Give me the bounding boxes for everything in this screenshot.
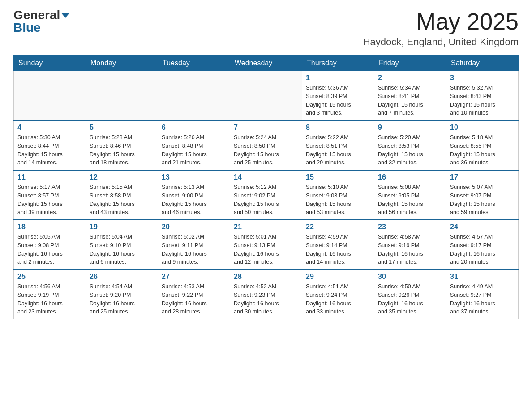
calendar-cell [158,71,230,121]
calendar-cell: 19Sunrise: 5:04 AMSunset: 9:10 PMDayligh… [86,220,158,270]
calendar-cell: 11Sunrise: 5:17 AMSunset: 8:57 PMDayligh… [14,170,86,220]
day-info: Sunrise: 5:01 AMSunset: 9:13 PMDaylight:… [234,233,298,266]
calendar-cell: 13Sunrise: 5:13 AMSunset: 9:00 PMDayligh… [158,170,230,220]
calendar-cell: 28Sunrise: 4:52 AMSunset: 9:23 PMDayligh… [230,270,302,319]
calendar-cell: 12Sunrise: 5:15 AMSunset: 8:58 PMDayligh… [86,170,158,220]
calendar-cell: 21Sunrise: 5:01 AMSunset: 9:13 PMDayligh… [230,220,302,270]
calendar-cell: 24Sunrise: 4:57 AMSunset: 9:17 PMDayligh… [446,220,519,270]
day-info: Sunrise: 5:24 AMSunset: 8:50 PMDaylight:… [234,133,298,167]
calendar-cell: 16Sunrise: 5:08 AMSunset: 9:05 PMDayligh… [374,170,446,220]
day-info: Sunrise: 5:15 AMSunset: 8:58 PMDaylight:… [90,183,154,217]
col-thursday: Thursday [302,56,374,71]
calendar-cell: 25Sunrise: 4:56 AMSunset: 9:19 PMDayligh… [14,270,86,319]
day-number: 17 [450,173,515,181]
day-number: 14 [234,173,298,181]
day-info: Sunrise: 4:51 AMSunset: 9:24 PMDaylight:… [306,283,370,316]
day-info: Sunrise: 5:20 AMSunset: 8:53 PMDaylight:… [378,133,442,167]
calendar-cell: 29Sunrise: 4:51 AMSunset: 9:24 PMDayligh… [302,270,374,319]
day-info: Sunrise: 5:28 AMSunset: 8:46 PMDaylight:… [90,133,154,167]
calendar-header-row: Sunday Monday Tuesday Wednesday Thursday… [14,56,519,71]
calendar-cell: 26Sunrise: 4:54 AMSunset: 9:20 PMDayligh… [86,270,158,319]
day-number: 9 [378,124,442,132]
calendar-cell: 15Sunrise: 5:10 AMSunset: 9:03 PMDayligh… [302,170,374,220]
day-info: Sunrise: 4:57 AMSunset: 9:17 PMDaylight:… [450,233,515,266]
col-friday: Friday [374,56,446,71]
calendar-cell: 2Sunrise: 5:34 AMSunset: 8:41 PMDaylight… [374,71,446,121]
logo: General Blue [13,9,70,34]
col-sunday: Sunday [14,56,86,71]
day-number: 22 [306,223,370,231]
calendar-cell: 5Sunrise: 5:28 AMSunset: 8:46 PMDaylight… [86,120,158,170]
day-number: 4 [17,124,82,132]
day-number: 27 [162,273,226,281]
day-info: Sunrise: 5:13 AMSunset: 9:00 PMDaylight:… [162,183,226,217]
day-number: 24 [450,223,515,231]
calendar-cell: 14Sunrise: 5:12 AMSunset: 9:02 PMDayligh… [230,170,302,220]
calendar-cell: 30Sunrise: 4:50 AMSunset: 9:26 PMDayligh… [374,270,446,319]
day-number: 29 [306,273,370,281]
day-info: Sunrise: 5:32 AMSunset: 8:43 PMDaylight:… [450,84,515,117]
calendar-cell: 3Sunrise: 5:32 AMSunset: 8:43 PMDaylight… [446,71,519,121]
day-info: Sunrise: 5:17 AMSunset: 8:57 PMDaylight:… [17,183,82,217]
day-info: Sunrise: 4:52 AMSunset: 9:23 PMDaylight:… [234,283,298,316]
day-info: Sunrise: 5:07 AMSunset: 9:07 PMDaylight:… [450,183,515,217]
calendar-cell [230,71,302,121]
calendar-cell [86,71,158,121]
calendar-table: Sunday Monday Tuesday Wednesday Thursday… [13,55,519,319]
day-info: Sunrise: 4:58 AMSunset: 9:16 PMDaylight:… [378,233,442,266]
calendar-cell: 20Sunrise: 5:02 AMSunset: 9:11 PMDayligh… [158,220,230,270]
calendar-week-row: 1Sunrise: 5:36 AMSunset: 8:39 PMDaylight… [14,71,519,121]
day-info: Sunrise: 5:10 AMSunset: 9:03 PMDaylight:… [306,183,370,217]
page-header: General Blue May 2025 Haydock, England, … [13,9,519,48]
day-info: Sunrise: 5:34 AMSunset: 8:41 PMDaylight:… [378,84,442,117]
day-info: Sunrise: 5:18 AMSunset: 8:55 PMDaylight:… [450,133,515,167]
calendar-week-row: 25Sunrise: 4:56 AMSunset: 9:19 PMDayligh… [14,270,519,319]
day-info: Sunrise: 5:12 AMSunset: 9:02 PMDaylight:… [234,183,298,217]
day-number: 1 [306,74,370,82]
day-info: Sunrise: 5:02 AMSunset: 9:11 PMDaylight:… [162,233,226,266]
logo-general-text: General [13,9,60,21]
day-number: 26 [90,273,154,281]
calendar-cell: 31Sunrise: 4:49 AMSunset: 9:27 PMDayligh… [446,270,519,319]
day-number: 18 [17,223,82,231]
calendar-cell: 18Sunrise: 5:05 AMSunset: 9:08 PMDayligh… [14,220,86,270]
calendar-week-row: 18Sunrise: 5:05 AMSunset: 9:08 PMDayligh… [14,220,519,270]
day-info: Sunrise: 4:54 AMSunset: 9:20 PMDaylight:… [90,283,154,316]
day-number: 15 [306,173,370,181]
col-saturday: Saturday [446,56,519,71]
day-info: Sunrise: 5:26 AMSunset: 8:48 PMDaylight:… [162,133,226,167]
day-number: 30 [378,273,442,281]
location-subtitle: Haydock, England, United Kingdom [363,36,519,48]
day-info: Sunrise: 4:53 AMSunset: 9:22 PMDaylight:… [162,283,226,316]
day-number: 12 [90,173,154,181]
calendar-week-row: 4Sunrise: 5:30 AMSunset: 8:44 PMDaylight… [14,120,519,170]
calendar-cell [14,71,86,121]
logo-arrow-icon [61,13,70,18]
day-number: 2 [378,74,442,82]
day-info: Sunrise: 5:08 AMSunset: 9:05 PMDaylight:… [378,183,442,217]
day-number: 31 [450,273,515,281]
calendar-cell: 4Sunrise: 5:30 AMSunset: 8:44 PMDaylight… [14,120,86,170]
calendar-cell: 6Sunrise: 5:26 AMSunset: 8:48 PMDaylight… [158,120,230,170]
day-info: Sunrise: 5:05 AMSunset: 9:08 PMDaylight:… [17,233,82,266]
calendar-cell: 10Sunrise: 5:18 AMSunset: 8:55 PMDayligh… [446,120,519,170]
calendar-cell: 22Sunrise: 4:59 AMSunset: 9:14 PMDayligh… [302,220,374,270]
day-number: 21 [234,223,298,231]
calendar-cell: 23Sunrise: 4:58 AMSunset: 9:16 PMDayligh… [374,220,446,270]
day-number: 11 [17,173,82,181]
day-number: 28 [234,273,298,281]
day-info: Sunrise: 5:30 AMSunset: 8:44 PMDaylight:… [17,133,82,167]
calendar-cell: 7Sunrise: 5:24 AMSunset: 8:50 PMDaylight… [230,120,302,170]
day-number: 8 [306,124,370,132]
day-number: 13 [162,173,226,181]
month-year-title: May 2025 [363,9,519,34]
col-tuesday: Tuesday [158,56,230,71]
day-number: 25 [17,273,82,281]
day-info: Sunrise: 5:36 AMSunset: 8:39 PMDaylight:… [306,84,370,117]
calendar-week-row: 11Sunrise: 5:17 AMSunset: 8:57 PMDayligh… [14,170,519,220]
day-info: Sunrise: 4:56 AMSunset: 9:19 PMDaylight:… [17,283,82,316]
col-wednesday: Wednesday [230,56,302,71]
day-info: Sunrise: 4:49 AMSunset: 9:27 PMDaylight:… [450,283,515,316]
calendar-cell: 9Sunrise: 5:20 AMSunset: 8:53 PMDaylight… [374,120,446,170]
day-info: Sunrise: 4:59 AMSunset: 9:14 PMDaylight:… [306,233,370,266]
